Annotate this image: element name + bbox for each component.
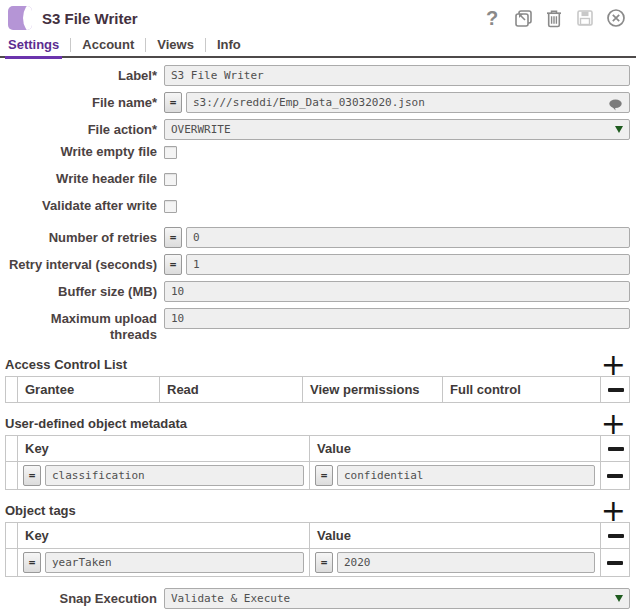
validate-after-write-checkbox[interactable] bbox=[164, 200, 177, 213]
buffer-size-control bbox=[164, 281, 630, 302]
metadata-key-input[interactable] bbox=[45, 465, 304, 486]
snap-execution-label: Snap Execution bbox=[5, 588, 164, 607]
dialog-header: S3 File Writer ? bbox=[0, 0, 636, 34]
section-object-metadata: User-defined object metadata + Key Value… bbox=[5, 413, 630, 490]
snap-execution-control: Validate & Execute bbox=[164, 588, 630, 609]
acl-remove-row-button[interactable] bbox=[608, 388, 624, 392]
expression-toggle-button[interactable]: = bbox=[23, 552, 41, 573]
metadata-header-row: Key Value bbox=[6, 435, 630, 461]
number-of-retries-control: = bbox=[164, 227, 630, 248]
field-row-max-upload-threads: Maximum upload threads bbox=[5, 308, 630, 344]
snap-execution-selected-value: Validate & Execute bbox=[171, 592, 290, 605]
snap-icon bbox=[8, 6, 32, 30]
acl-table: Grantee Read View permissions Full contr… bbox=[5, 376, 630, 403]
acl-row-handle-header bbox=[6, 376, 18, 402]
field-row-write-header-file: Write header file bbox=[5, 173, 630, 186]
field-row-retry-interval: Retry interval (seconds) = bbox=[5, 254, 630, 275]
tags-row-handle[interactable] bbox=[6, 548, 18, 576]
expression-toggle-button[interactable]: = bbox=[315, 465, 333, 486]
file-action-select[interactable]: OVERWRITE bbox=[164, 119, 630, 140]
field-row-snap-execution: Snap Execution Validate & Execute bbox=[5, 588, 630, 609]
metadata-row-handle-header bbox=[6, 435, 18, 461]
field-row-label: Label* bbox=[5, 65, 630, 86]
number-of-retries-input[interactable] bbox=[186, 227, 630, 248]
label-field-label: Label* bbox=[5, 65, 164, 84]
tags-add-row-button[interactable]: + bbox=[601, 499, 626, 523]
metadata-row-handle[interactable] bbox=[6, 461, 18, 489]
file-name-input[interactable] bbox=[186, 92, 630, 113]
tags-remove-row-button[interactable] bbox=[608, 534, 624, 538]
settings-panel: Label* File name* = File action* OVE bbox=[0, 58, 636, 609]
file-name-field-label: File name* bbox=[5, 92, 164, 111]
help-icon[interactable]: ? bbox=[482, 8, 502, 28]
acl-section-title: Access Control List bbox=[5, 357, 127, 372]
tags-key-cell: = bbox=[18, 548, 310, 576]
write-empty-file-label: Write empty file bbox=[5, 144, 164, 160]
retry-interval-label: Retry interval (seconds) bbox=[5, 254, 164, 273]
max-upload-threads-control bbox=[164, 308, 630, 329]
metadata-table: Key Value = = bbox=[5, 435, 630, 490]
field-row-validate-after-write: Validate after write bbox=[5, 200, 630, 213]
tab-separator bbox=[205, 38, 206, 52]
export-icon-glyph bbox=[514, 9, 533, 28]
buffer-size-label: Buffer size (MB) bbox=[5, 281, 164, 300]
tab-info[interactable]: Info bbox=[214, 34, 244, 57]
buffer-size-input[interactable] bbox=[164, 281, 630, 302]
metadata-remove-row-button[interactable] bbox=[608, 447, 624, 451]
bubble-glyph bbox=[608, 99, 623, 111]
metadata-col-key: Key bbox=[18, 435, 310, 461]
retry-interval-control: = bbox=[164, 254, 630, 275]
tags-value-input[interactable] bbox=[337, 552, 595, 573]
metadata-value-input[interactable] bbox=[337, 465, 595, 486]
tags-col-key: Key bbox=[18, 522, 310, 548]
expression-toggle-button[interactable]: = bbox=[23, 465, 41, 486]
write-header-file-checkbox[interactable] bbox=[164, 173, 177, 186]
export-icon[interactable] bbox=[513, 8, 533, 28]
expression-toggle-button[interactable]: = bbox=[315, 552, 333, 573]
expression-toggle-button[interactable]: = bbox=[164, 254, 182, 275]
expression-toggle-button[interactable]: = bbox=[164, 92, 182, 113]
metadata-col-value: Value bbox=[310, 435, 601, 461]
tags-data-row: = = bbox=[6, 548, 630, 576]
snap-execution-select[interactable]: Validate & Execute bbox=[164, 588, 630, 609]
metadata-data-row: = = bbox=[6, 461, 630, 489]
metadata-section-title: User-defined object metadata bbox=[5, 416, 187, 431]
metadata-remove-row-button[interactable] bbox=[607, 474, 623, 478]
tags-table: Key Value = = bbox=[5, 522, 630, 577]
retry-interval-input[interactable] bbox=[186, 254, 630, 275]
tab-account[interactable]: Account bbox=[79, 34, 137, 57]
save-icon[interactable] bbox=[575, 8, 595, 28]
field-row-file-action: File action* OVERWRITE bbox=[5, 119, 630, 140]
tags-remove-row-button[interactable] bbox=[607, 561, 623, 565]
acl-col-view-permissions: View permissions bbox=[303, 376, 443, 402]
tags-key-input[interactable] bbox=[45, 552, 304, 573]
help-glyph: ? bbox=[486, 8, 498, 28]
expression-toggle-button[interactable]: = bbox=[164, 227, 182, 248]
tags-section-head: Object tags bbox=[5, 500, 630, 518]
file-action-selected-value: OVERWRITE bbox=[171, 123, 231, 136]
acl-section-head: Access Control List bbox=[5, 354, 630, 372]
validate-after-write-label: Validate after write bbox=[5, 198, 164, 214]
trash-icon-glyph bbox=[545, 9, 563, 28]
acl-add-row-button[interactable]: + bbox=[601, 353, 626, 377]
field-row-write-empty-file: Write empty file bbox=[5, 146, 630, 159]
close-icon[interactable] bbox=[606, 8, 626, 28]
number-of-retries-label: Number of retries bbox=[5, 227, 164, 246]
section-object-tags: Object tags + Key Value = bbox=[5, 500, 630, 577]
tags-header-row: Key Value bbox=[6, 522, 630, 548]
save-icon-glyph bbox=[576, 9, 594, 27]
tags-remove-cell bbox=[601, 548, 630, 576]
acl-col-read: Read bbox=[160, 376, 303, 402]
comment-bubble-icon[interactable] bbox=[608, 97, 623, 115]
write-empty-file-checkbox[interactable] bbox=[164, 146, 177, 159]
delete-icon[interactable] bbox=[544, 8, 564, 28]
max-upload-threads-input[interactable] bbox=[164, 308, 630, 329]
tab-separator bbox=[70, 38, 71, 52]
label-input[interactable] bbox=[164, 65, 630, 86]
metadata-add-row-button[interactable]: + bbox=[601, 412, 626, 436]
file-action-control: OVERWRITE bbox=[164, 119, 630, 140]
metadata-section-head: User-defined object metadata bbox=[5, 413, 630, 431]
tab-settings[interactable]: Settings bbox=[5, 34, 62, 57]
label-control bbox=[164, 65, 630, 86]
tab-views[interactable]: Views bbox=[154, 34, 197, 57]
